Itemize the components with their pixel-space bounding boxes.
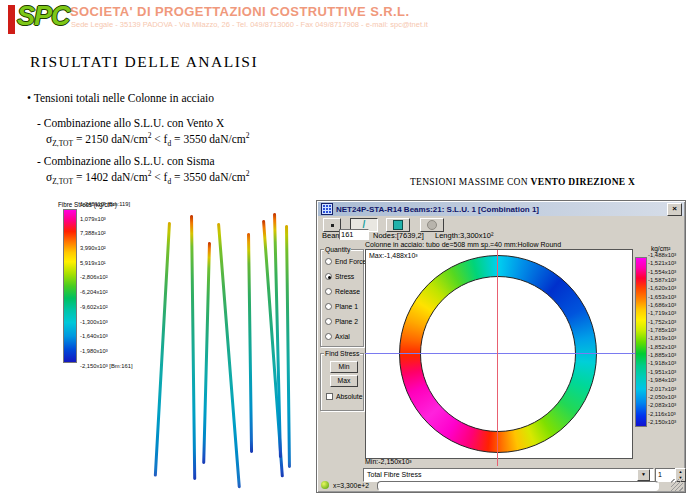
column-line (190, 215, 196, 480)
nodes-text: Nodes:[7639,2] (373, 231, 424, 240)
close-button[interactable]: × (667, 203, 682, 216)
section-tool-button[interactable] (386, 218, 410, 232)
legend-value: -1,984x10³ (648, 377, 685, 385)
max-stress-label: Max:-1,488x10³ (369, 252, 418, 259)
legend-value: -1,653x10³ (648, 294, 685, 302)
window-grid-icon (321, 203, 333, 215)
diagonal-line-icon: / (363, 221, 366, 229)
result-type-dropdown[interactable]: Total Fibre Stress (363, 468, 654, 482)
legend-colorbar (635, 257, 647, 427)
column-line (202, 242, 211, 464)
horizontal-axis-line (365, 353, 641, 354)
teal-square-icon (393, 220, 403, 230)
quantity-radio[interactable]: Plane 1 (325, 303, 358, 310)
column-line (285, 225, 291, 468)
radio-label: Plane 1 (335, 303, 358, 310)
legend-unit: kg/cm² (651, 245, 671, 252)
column-line (217, 223, 241, 488)
vertical-axis-line (497, 250, 498, 466)
legend-value: -1,951x10³ (648, 369, 685, 377)
radio-icon (325, 333, 332, 340)
circle-tool-button[interactable] (420, 218, 444, 232)
radio-icon (325, 273, 332, 280)
section-description: Colonne in acciaio: tubo de=508 mm sp.=4… (365, 241, 561, 248)
legend-value: -1,885x10³ (648, 352, 685, 360)
checkbox-icon (326, 393, 333, 400)
window-title: NET24P-STA-R14 Beams:21: S.L.U. 1 [Combi… (336, 205, 667, 214)
window-titlebar[interactable]: NET24P-STA-R14 Beams:21: S.L.U. 1 [Combi… (318, 202, 684, 216)
resize-grip-icon[interactable] (671, 479, 683, 491)
legend-value: -1,620x10³ (648, 285, 685, 293)
legend-value: -2,017x10³ (648, 386, 685, 394)
radio-label: End Force (335, 258, 366, 265)
dropdown-arrow-icon[interactable]: ▼ (637, 469, 650, 481)
quantity-radio[interactable]: Release (325, 288, 360, 295)
status-x-value: x=3,300e+2 (333, 482, 369, 489)
legend-value: -1,488x10³ (648, 252, 685, 260)
analysis-window: NET24P-STA-R14 Beams:21: S.L.U. 1 [Combi… (316, 200, 686, 493)
legend-value: -1,852x10³ (648, 344, 685, 352)
find-max-button[interactable]: Max (330, 375, 358, 387)
absolute-label: Absolute (336, 393, 362, 400)
quantity-title: Quantity (324, 246, 351, 253)
find-stress-groupbox: Find Stress Min Max Absolute (320, 353, 364, 411)
spinner-up-icon[interactable]: ▲ (679, 469, 683, 474)
find-stress-title: Find Stress (324, 350, 360, 357)
legend-value: -1,719x10³ (648, 310, 685, 318)
figure-caption: TENSIONI MASSIME CON VENTO DIREZIONE X (410, 177, 635, 187)
legend-value: -1,521x10³ (648, 260, 685, 268)
legend-labels: -1,488x10³-1,521x10³-1,554x10³-1,587x10³… (648, 252, 685, 427)
radio-label: Stress (335, 273, 354, 280)
legend-value: -1,819x10³ (648, 335, 685, 343)
beam-input[interactable] (339, 229, 369, 240)
radio-icon (325, 318, 332, 325)
legend-value: -2,150x10³ (648, 419, 685, 427)
legend-value: -2,050x10³ (648, 394, 685, 402)
min-stress-label: Min:-2,150x10³ (365, 458, 631, 467)
absolute-checkbox-row[interactable]: Absolute (326, 393, 362, 400)
radio-icon (325, 288, 332, 295)
legend-value: -1,686x10³ (648, 302, 685, 310)
radio-label: Release (335, 288, 360, 295)
ring-hole (420, 276, 576, 432)
column-line (154, 222, 171, 477)
legend-value: -1,752x10³ (648, 319, 685, 327)
radio-icon (325, 258, 332, 265)
slide-page: SPC SOCIETA' DI PROGETTAZIONI COSTRUTTIV… (0, 0, 700, 497)
position-slider[interactable] (377, 481, 659, 491)
legend-value: -2,116x10³ (648, 411, 685, 419)
column-line (247, 233, 253, 453)
legend-value: -1,785x10³ (648, 327, 685, 335)
gray-circle-icon (427, 220, 437, 230)
quantity-groupbox: Quantity End Force Stress Release Plane … (320, 249, 364, 347)
legend-value: -1,587x10³ (648, 277, 685, 285)
quantity-radio[interactable]: Plane 2 (325, 318, 358, 325)
legend-value: -1,554x10³ (648, 269, 685, 277)
columns-figure (0, 0, 330, 497)
radio-label: Axial (335, 333, 350, 340)
legend-value: -1,918x10³ (648, 360, 685, 368)
status-icon (321, 481, 329, 489)
length-text: Length:3,300x10² (435, 231, 493, 240)
cross-section-plot: Max:-1,488x10³ (365, 249, 633, 459)
find-min-button[interactable]: Min (330, 361, 358, 373)
legend-value: -2,083x10³ (648, 402, 685, 410)
column-line (273, 213, 282, 458)
quantity-radio[interactable]: Stress (325, 273, 354, 280)
pointer-icon (331, 224, 334, 227)
quantity-radio[interactable]: End Force (325, 258, 366, 265)
radio-label: Plane 2 (335, 318, 358, 325)
quantity-radio[interactable]: Axial (325, 333, 350, 340)
radio-icon (325, 303, 332, 310)
